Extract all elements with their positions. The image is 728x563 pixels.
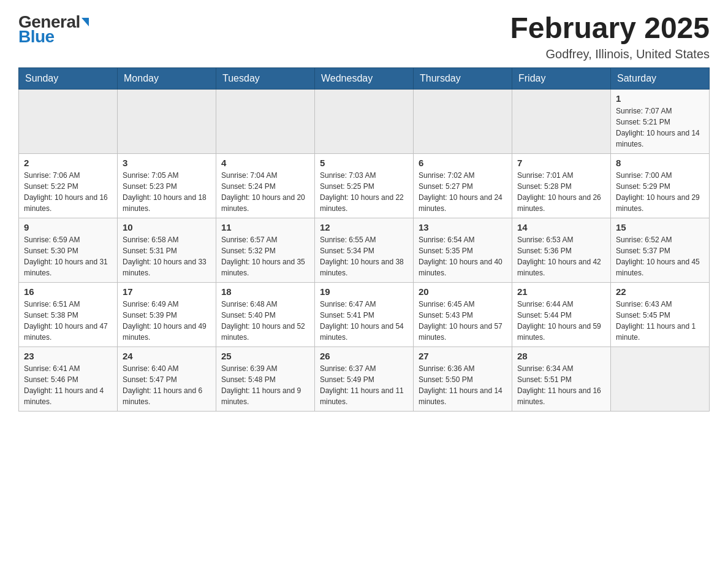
day-number: 19 <box>320 286 408 297</box>
logo-blue-text: Blue <box>18 27 55 47</box>
logo: General Blue <box>18 12 89 47</box>
page-header: General Blue February 2025 Godfrey, Illi… <box>18 12 710 61</box>
day-info: Sunrise: 6:45 AM Sunset: 5:43 PM Dayligh… <box>419 299 507 343</box>
day-info: Sunrise: 6:36 AM Sunset: 5:50 PM Dayligh… <box>419 363 507 407</box>
day-info: Sunrise: 6:43 AM Sunset: 5:45 PM Dayligh… <box>616 299 704 343</box>
calendar-cell: 9Sunrise: 6:59 AM Sunset: 5:30 PM Daylig… <box>19 218 118 282</box>
day-info: Sunrise: 6:58 AM Sunset: 5:31 PM Dayligh… <box>123 234 211 278</box>
calendar-header: SundayMondayTuesdayWednesdayThursdayFrid… <box>19 67 710 89</box>
logo-arrow-icon <box>82 18 89 26</box>
calendar-cell: 26Sunrise: 6:37 AM Sunset: 5:49 PM Dayli… <box>315 347 414 411</box>
calendar-cell: 13Sunrise: 6:54 AM Sunset: 5:35 PM Dayli… <box>414 218 512 282</box>
day-number: 9 <box>24 222 112 232</box>
calendar-cell: 8Sunrise: 7:00 AM Sunset: 5:29 PM Daylig… <box>611 153 710 218</box>
day-number: 22 <box>616 286 704 297</box>
day-number: 3 <box>123 158 211 168</box>
calendar-cell: 22Sunrise: 6:43 AM Sunset: 5:45 PM Dayli… <box>611 282 710 347</box>
day-info: Sunrise: 6:53 AM Sunset: 5:36 PM Dayligh… <box>517 234 605 278</box>
weekday-header-saturday: Saturday <box>611 67 710 89</box>
day-info: Sunrise: 6:44 AM Sunset: 5:44 PM Dayligh… <box>517 299 605 343</box>
weekday-header-monday: Monday <box>118 67 216 89</box>
day-info: Sunrise: 6:57 AM Sunset: 5:32 PM Dayligh… <box>221 234 309 278</box>
calendar-cell: 1Sunrise: 7:07 AM Sunset: 5:21 PM Daylig… <box>611 89 710 153</box>
day-number: 26 <box>320 351 408 361</box>
day-number: 15 <box>616 222 704 232</box>
day-number: 7 <box>517 158 605 168</box>
day-info: Sunrise: 7:07 AM Sunset: 5:21 PM Dayligh… <box>616 105 704 150</box>
calendar-cell: 18Sunrise: 6:48 AM Sunset: 5:40 PM Dayli… <box>216 282 315 347</box>
day-number: 24 <box>123 351 211 361</box>
day-number: 18 <box>221 286 309 297</box>
day-info: Sunrise: 7:00 AM Sunset: 5:29 PM Dayligh… <box>616 170 704 214</box>
day-number: 13 <box>419 222 507 232</box>
calendar-cell: 14Sunrise: 6:53 AM Sunset: 5:36 PM Dayli… <box>512 218 611 282</box>
calendar-cell: 17Sunrise: 6:49 AM Sunset: 5:39 PM Dayli… <box>118 282 216 347</box>
calendar-cell <box>216 89 315 153</box>
weekday-header-wednesday: Wednesday <box>315 67 414 89</box>
day-number: 16 <box>24 286 112 297</box>
calendar-cell <box>19 89 118 153</box>
day-number: 14 <box>517 222 605 232</box>
calendar-week-row: 1Sunrise: 7:07 AM Sunset: 5:21 PM Daylig… <box>19 89 710 153</box>
calendar-cell: 21Sunrise: 6:44 AM Sunset: 5:44 PM Dayli… <box>512 282 611 347</box>
weekday-header-friday: Friday <box>512 67 611 89</box>
day-number: 2 <box>24 158 112 168</box>
calendar-cell: 3Sunrise: 7:05 AM Sunset: 5:23 PM Daylig… <box>118 153 216 218</box>
calendar-cell: 12Sunrise: 6:55 AM Sunset: 5:34 PM Dayli… <box>315 218 414 282</box>
day-number: 5 <box>320 158 408 168</box>
day-info: Sunrise: 6:51 AM Sunset: 5:38 PM Dayligh… <box>24 299 112 343</box>
day-info: Sunrise: 7:06 AM Sunset: 5:22 PM Dayligh… <box>24 170 112 214</box>
day-info: Sunrise: 6:34 AM Sunset: 5:51 PM Dayligh… <box>517 363 605 407</box>
day-number: 8 <box>616 158 704 168</box>
day-number: 17 <box>123 286 211 297</box>
calendar-cell: 28Sunrise: 6:34 AM Sunset: 5:51 PM Dayli… <box>512 347 611 411</box>
calendar-cell: 11Sunrise: 6:57 AM Sunset: 5:32 PM Dayli… <box>216 218 315 282</box>
day-info: Sunrise: 6:59 AM Sunset: 5:30 PM Dayligh… <box>24 234 112 278</box>
calendar-cell: 24Sunrise: 6:40 AM Sunset: 5:47 PM Dayli… <box>118 347 216 411</box>
calendar-cell: 19Sunrise: 6:47 AM Sunset: 5:41 PM Dayli… <box>315 282 414 347</box>
calendar-cell: 2Sunrise: 7:06 AM Sunset: 5:22 PM Daylig… <box>19 153 118 218</box>
weekday-header-sunday: Sunday <box>19 67 118 89</box>
calendar-week-row: 9Sunrise: 6:59 AM Sunset: 5:30 PM Daylig… <box>19 218 710 282</box>
calendar-week-row: 16Sunrise: 6:51 AM Sunset: 5:38 PM Dayli… <box>19 282 710 347</box>
calendar-cell <box>414 89 512 153</box>
day-info: Sunrise: 7:03 AM Sunset: 5:25 PM Dayligh… <box>320 170 408 214</box>
day-info: Sunrise: 6:40 AM Sunset: 5:47 PM Dayligh… <box>123 363 211 407</box>
calendar-week-row: 2Sunrise: 7:06 AM Sunset: 5:22 PM Daylig… <box>19 153 710 218</box>
location-subtitle: Godfrey, Illinois, United States <box>510 47 710 61</box>
day-number: 28 <box>517 351 605 361</box>
title-block: February 2025 Godfrey, Illinois, United … <box>510 12 710 61</box>
day-number: 4 <box>221 158 309 168</box>
day-info: Sunrise: 6:47 AM Sunset: 5:41 PM Dayligh… <box>320 299 408 343</box>
day-info: Sunrise: 7:05 AM Sunset: 5:23 PM Dayligh… <box>123 170 211 214</box>
day-info: Sunrise: 6:48 AM Sunset: 5:40 PM Dayligh… <box>221 299 309 343</box>
weekday-header-row: SundayMondayTuesdayWednesdayThursdayFrid… <box>19 67 710 89</box>
day-info: Sunrise: 7:01 AM Sunset: 5:28 PM Dayligh… <box>517 170 605 214</box>
day-info: Sunrise: 6:39 AM Sunset: 5:48 PM Dayligh… <box>221 363 309 407</box>
day-number: 12 <box>320 222 408 232</box>
calendar-table: SundayMondayTuesdayWednesdayThursdayFrid… <box>18 67 710 412</box>
day-number: 23 <box>24 351 112 361</box>
day-number: 1 <box>616 93 704 104</box>
month-year-title: February 2025 <box>510 12 710 45</box>
calendar-cell: 23Sunrise: 6:41 AM Sunset: 5:46 PM Dayli… <box>19 347 118 411</box>
day-number: 10 <box>123 222 211 232</box>
day-number: 21 <box>517 286 605 297</box>
calendar-cell: 4Sunrise: 7:04 AM Sunset: 5:24 PM Daylig… <box>216 153 315 218</box>
calendar-body: 1Sunrise: 7:07 AM Sunset: 5:21 PM Daylig… <box>19 89 710 411</box>
calendar-week-row: 23Sunrise: 6:41 AM Sunset: 5:46 PM Dayli… <box>19 347 710 411</box>
calendar-cell: 5Sunrise: 7:03 AM Sunset: 5:25 PM Daylig… <box>315 153 414 218</box>
calendar-cell: 27Sunrise: 6:36 AM Sunset: 5:50 PM Dayli… <box>414 347 512 411</box>
calendar-cell <box>512 89 611 153</box>
day-info: Sunrise: 6:52 AM Sunset: 5:37 PM Dayligh… <box>616 234 704 278</box>
day-info: Sunrise: 7:04 AM Sunset: 5:24 PM Dayligh… <box>221 170 309 214</box>
day-info: Sunrise: 6:37 AM Sunset: 5:49 PM Dayligh… <box>320 363 408 407</box>
calendar-cell: 15Sunrise: 6:52 AM Sunset: 5:37 PM Dayli… <box>611 218 710 282</box>
day-number: 25 <box>221 351 309 361</box>
calendar-cell: 6Sunrise: 7:02 AM Sunset: 5:27 PM Daylig… <box>414 153 512 218</box>
calendar-cell: 10Sunrise: 6:58 AM Sunset: 5:31 PM Dayli… <box>118 218 216 282</box>
day-info: Sunrise: 7:02 AM Sunset: 5:27 PM Dayligh… <box>419 170 507 214</box>
day-number: 11 <box>221 222 309 232</box>
weekday-header-tuesday: Tuesday <box>216 67 315 89</box>
calendar-cell: 7Sunrise: 7:01 AM Sunset: 5:28 PM Daylig… <box>512 153 611 218</box>
